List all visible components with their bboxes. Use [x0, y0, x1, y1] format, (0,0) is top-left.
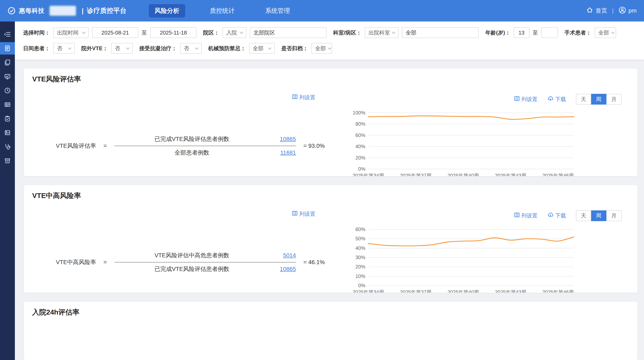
documents-icon[interactable] [0, 56, 15, 69]
chevron-down-icon [392, 30, 396, 34]
filter-day-patient: 日间患者： 否 [23, 43, 75, 54]
campus-label: 院区： [203, 29, 219, 36]
period-month-button[interactable]: 月 [606, 94, 622, 105]
chart-section: 列设置 下载 天 周 月 0%20%4 [348, 94, 629, 176]
cloud-download-icon [548, 212, 554, 220]
tab-system-management[interactable]: 系统管理 [260, 4, 296, 18]
archive-select[interactable]: 全部 [312, 43, 332, 54]
svg-text:2025年第46周: 2025年第46周 [542, 173, 574, 176]
filter-archive: 是否归档： 全部 [281, 43, 332, 54]
chevron-down-icon [240, 30, 243, 34]
filter-anticoagulation: 接受抗凝治疗： 否 [139, 43, 202, 54]
column-settings-link[interactable]: 列设置 [514, 96, 538, 103]
chevron-down-icon [82, 30, 86, 34]
period-month-button[interactable]: 月 [606, 210, 622, 221]
collapse-sidebar-icon[interactable] [0, 28, 15, 41]
home-link[interactable]: 首页 [586, 7, 607, 15]
download-link[interactable]: 下载 [548, 212, 566, 220]
mech-select[interactable]: 全部 [249, 43, 275, 54]
archive-box-icon[interactable] [0, 154, 15, 167]
column-settings-link[interactable]: 列设置 [292, 210, 316, 218]
weekly-trend-chart: 0%10%20%30%40%50%60%2025年第34周2025年第37周20… [348, 225, 580, 293]
filter-department: 科室/病区： 出院科室 [333, 27, 479, 38]
report-image-icon[interactable] [0, 126, 15, 139]
admission-24h-rate-card: 入院24h评估率 [24, 302, 638, 360]
denominator-value-link[interactable]: 10865 [270, 266, 296, 272]
age-min-input[interactable] [514, 27, 530, 38]
period-toggle: 天 周 月 [576, 94, 622, 105]
user-name: pm [628, 8, 636, 14]
time-type-select[interactable]: 出院时间 [53, 27, 89, 38]
svg-text:50%: 50% [356, 236, 365, 241]
age-max-input[interactable] [542, 27, 558, 38]
chevron-down-icon [126, 46, 130, 50]
denominator-label: 已完成VTE风险评估患者例数 [114, 265, 270, 273]
column-settings-icon [292, 210, 298, 218]
tab-risk-analysis[interactable]: 风险分析 [149, 4, 185, 18]
filter-time: 选择时间： 出院时间 至 [23, 27, 196, 38]
home-label: 首页 [596, 7, 607, 15]
title-divider: | [82, 7, 84, 15]
dashboard-monitor-icon[interactable] [0, 70, 15, 83]
mech-label: 机械预防禁忌： [208, 45, 246, 52]
tab-qc-statistics[interactable]: 质控统计 [204, 4, 240, 18]
dept-input[interactable] [402, 27, 479, 38]
age-to-label: 至 [533, 29, 538, 36]
platform-title: 诊疗质控平台 [87, 6, 126, 15]
period-toggle: 天 周 月 [576, 210, 622, 221]
redacted-hospital-name [50, 6, 76, 16]
vte-assessment-rate-card: VTE风险评估率 列设置 VTE风险评估率 = 已完成VTE风险评估 [24, 69, 638, 176]
svg-text:60%: 60% [356, 227, 365, 232]
campus-type-select[interactable]: 入院 [222, 27, 246, 38]
id-card-icon[interactable] [0, 98, 15, 111]
user-icon [618, 7, 626, 15]
topbar-right: 首页 | pm [586, 7, 636, 15]
cloud-download-icon [548, 95, 554, 103]
numerator-value-link[interactable]: 5014 [270, 252, 296, 259]
svg-text:0%: 0% [358, 283, 365, 288]
weekly-trend-chart: 0%20%40%60%80%100%2025年第34周2025年第37周2025… [348, 109, 580, 176]
filter-age: 年龄(岁)： 至 [485, 27, 558, 38]
metric-formula: VTE中高风险率 = VTE风险评估中高危患者例数 5014 已完成VTE风险评… [32, 241, 348, 275]
column-settings-icon [292, 94, 298, 101]
period-week-button[interactable]: 周 [591, 210, 606, 221]
user-menu[interactable]: pm [618, 7, 636, 15]
equals-sign: = [104, 143, 107, 149]
date-end-input[interactable] [150, 27, 196, 38]
history-clock-icon[interactable] [0, 84, 15, 97]
dept-type-select[interactable]: 出院科室 [365, 27, 398, 38]
denominator-value-link[interactable]: 11681 [270, 149, 296, 156]
column-settings-link[interactable]: 列设置 [514, 212, 538, 219]
date-start-input[interactable] [92, 27, 138, 38]
filter-panel: 选择时间： 出院时间 至 院区： 入院 科室/病区： 出院科室 [15, 22, 644, 60]
surgery-select[interactable]: 全部 [595, 27, 616, 38]
download-link[interactable]: 下载 [548, 95, 566, 103]
anticoag-select[interactable]: 否 [180, 43, 202, 54]
svg-text:40%: 40% [356, 245, 365, 251]
svg-text:20%: 20% [356, 155, 365, 160]
day-patient-label: 日间患者： [23, 45, 50, 52]
svg-text:20%: 20% [356, 264, 365, 269]
card-title: 入院24h评估率 [32, 307, 629, 317]
filter-surgery: 手术患者： 全部 [564, 27, 616, 38]
formula-section: 列设置 VTE风险评估率 = 已完成VTE风险评估患者例数 10865 [32, 94, 348, 176]
denominator-label: 全部患者例数 [114, 149, 270, 157]
fraction: 已完成VTE风险评估患者例数 10865 全部患者例数 11681 [114, 133, 296, 158]
chart-section: 列设置 下载 天 周 月 0%10%2 [348, 210, 629, 293]
period-week-button[interactable]: 周 [591, 94, 606, 105]
risk-analysis-icon[interactable] [0, 42, 15, 55]
chevron-down-icon [68, 46, 72, 50]
logo-text: 惠每科技 [19, 7, 44, 15]
filter-outside-vte: 院外VTE： 否 [81, 43, 133, 54]
numerator-value-link[interactable]: 10865 [270, 136, 296, 142]
campus-input[interactable] [250, 27, 326, 38]
svg-text:2025年第34周: 2025年第34周 [352, 173, 384, 176]
clipboard-check-icon[interactable] [0, 112, 15, 125]
period-day-button[interactable]: 天 [576, 210, 591, 221]
outside-vte-select[interactable]: 否 [111, 43, 133, 54]
svg-text:2025年第43周: 2025年第43周 [495, 173, 526, 176]
day-patient-select[interactable]: 否 [53, 43, 75, 54]
stethoscope-icon[interactable] [0, 140, 15, 153]
period-day-button[interactable]: 天 [576, 94, 591, 105]
column-settings-link[interactable]: 列设置 [292, 94, 316, 101]
